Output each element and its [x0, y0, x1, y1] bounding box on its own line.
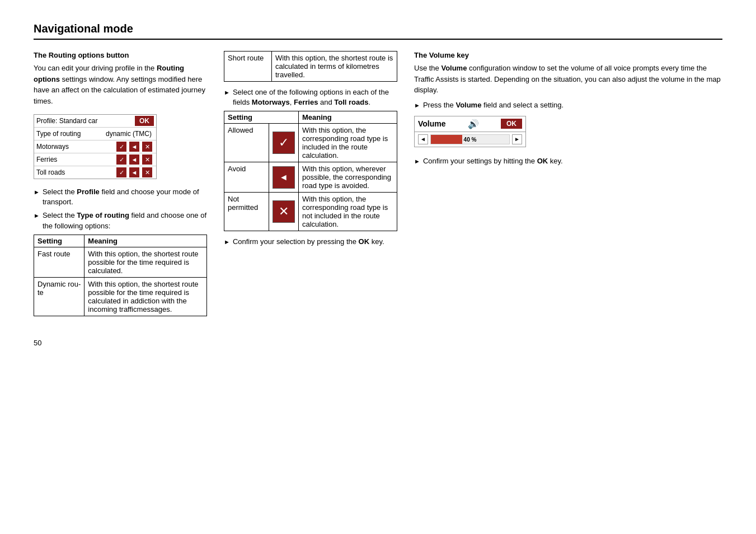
right-bullet-arrow-2: ► — [414, 157, 420, 166]
profile-row-1: Profile: Standard car OK — [34, 115, 156, 128]
bullet-arrow-1: ► — [34, 188, 40, 207]
middle-bullet-arrow-1: ► — [224, 88, 230, 107]
profile-row-2: Type of routing dynamic (TMC) — [34, 128, 156, 140]
left-intro-span1: You can edit your driving profile in the — [34, 64, 157, 72]
motorways-x-icon[interactable]: ✕ — [142, 142, 152, 152]
avoid-icon-td — [269, 162, 299, 193]
table-row-avoid: Avoid With this option, wherever possibl… — [224, 162, 397, 193]
volume-ok-button[interactable]: OK — [501, 119, 522, 129]
middle-bullet-arrow-2: ► — [224, 238, 230, 247]
ferries-arrow-icon[interactable]: ◄ — [129, 154, 139, 165]
not-permitted-cross-icon — [273, 200, 295, 223]
ferries-x-icon[interactable]: ✕ — [142, 154, 152, 165]
left-bullet-1-text: Select the Profile field and choose your… — [43, 187, 207, 207]
allowed-check-icon — [273, 132, 295, 154]
middle-column: Short route With this option, the shorte… — [224, 51, 397, 251]
table-row: Dynamic rou-te With this option, the sho… — [34, 277, 207, 316]
allowed-meaning-text: With this option, the corresponding road… — [299, 124, 397, 162]
middle-bullet-2: ► Confirm your selection by pressing the… — [224, 237, 397, 247]
volume-decrease-button[interactable]: ◄ — [418, 134, 428, 144]
volume-bar-fill — [431, 135, 462, 144]
avoid-meaning-text: With this option, wherever possible, the… — [299, 162, 397, 193]
avoid-arrow-icon — [273, 166, 295, 189]
profile-ferries-label: Ferries — [36, 154, 116, 165]
profile-box: Profile: Standard car OK Type of routing… — [34, 114, 157, 179]
profile-ferries-icons: ✓ ◄ ✕ — [116, 154, 154, 165]
page-title: Navigational mode — [34, 22, 722, 40]
meaning-col-meaning: Meaning — [299, 111, 397, 124]
dynamic-route-meaning: With this option, the shortest route pos… — [84, 277, 207, 316]
right-bullet-2-text: Confirm your settings by hitting the OK … — [423, 156, 563, 166]
allowed-setting-label: Allowed — [224, 124, 269, 162]
ferries-check-icon[interactable]: ✓ — [116, 154, 126, 165]
left-intro-span2: settings window. Any settings modified h… — [34, 75, 205, 105]
profile-row-ferries: Ferries ✓ ◄ ✕ — [34, 153, 156, 166]
middle-bullet-2-text: Confirm your selection by pressing the O… — [233, 237, 384, 247]
volume-title: Volume — [418, 119, 446, 128]
not-permitted-meaning-text: With this option, the corresponding road… — [299, 193, 397, 231]
right-section-title: The Volume key — [414, 51, 722, 59]
volume-header: Volume 🔊 OK — [415, 116, 525, 132]
profile-motorways-icons: ✓ ◄ ✕ — [116, 142, 154, 152]
table-row-not-permitted: Not permitted With this option, the corr… — [224, 193, 397, 231]
tollroads-arrow-icon[interactable]: ◄ — [129, 167, 139, 177]
profile-tollroads-label: Toll roads — [36, 167, 116, 177]
profile-row-motorways: Motorways ✓ ◄ ✕ — [34, 140, 156, 153]
left-bullet-1: ► Select the Profile field and choose yo… — [34, 187, 207, 207]
volume-bar-row: ◄ 40 % ► — [415, 132, 525, 147]
not-permitted-setting-label: Not permitted — [224, 193, 269, 231]
tollroads-check-icon[interactable]: ✓ — [116, 167, 126, 177]
content-wrapper: The Routing options button You can edit … — [34, 51, 722, 322]
left-section-title: The Routing options button — [34, 51, 207, 59]
motorways-check-icon[interactable]: ✓ — [116, 142, 126, 152]
bullet-arrow-2: ► — [34, 212, 40, 231]
volume-percent-label: 40 % — [464, 136, 477, 142]
fast-route-label: Fast route — [34, 247, 84, 277]
left-table-header-meaning: Meaning — [84, 235, 207, 247]
right-bullet-1: ► Press the Volume field and select a se… — [414, 100, 722, 110]
page-number: 50 — [34, 339, 722, 347]
left-bullet-2-text: Select the Type of routing field and cho… — [43, 210, 207, 231]
right-column: The Volume key Use the Volume configurat… — [414, 51, 722, 170]
left-settings-table: Setting Meaning Fast route With this opt… — [34, 235, 207, 316]
profile-tollroads-icons: ✓ ◄ ✕ — [116, 167, 154, 177]
right-bullet-1-text: Press the Volume field and select a sett… — [423, 100, 564, 110]
fast-route-meaning: With this option, the shortest route pos… — [84, 247, 207, 277]
profile-label-1: Profile: Standard car — [36, 116, 135, 126]
meaning-col-setting: Setting — [224, 111, 299, 124]
avoid-setting-label: Avoid — [224, 162, 269, 193]
short-route-meaning: With this option, the shortest route is … — [272, 51, 397, 82]
left-bullet-2: ► Select the Type of routing field and c… — [34, 210, 207, 231]
profile-ok-button[interactable]: OK — [135, 116, 154, 126]
volume-widget: Volume 🔊 OK ◄ 40 % ► — [414, 116, 526, 147]
profile-type-value: dynamic (TMC) — [104, 129, 154, 139]
table-row: Fast route With this option, the shortes… — [34, 247, 207, 277]
right-bullet-arrow-1: ► — [414, 101, 420, 110]
right-intro: Use the Volume configuration window to s… — [414, 63, 722, 96]
profile-type-label: Type of routing — [36, 129, 104, 139]
middle-bullet-1-text: Select one of the following options in e… — [233, 87, 397, 107]
tollroads-x-icon[interactable]: ✕ — [142, 167, 152, 177]
profile-motorways-label: Motorways — [36, 142, 116, 152]
left-column: The Routing options button You can edit … — [34, 51, 207, 322]
dynamic-route-label: Dynamic rou-te — [34, 277, 84, 316]
short-route-label: Short route — [224, 51, 272, 82]
profile-row-tollroads: Toll roads ✓ ◄ ✕ — [34, 166, 156, 179]
motorways-arrow-icon[interactable]: ◄ — [129, 142, 139, 152]
volume-speaker-icon: 🔊 — [468, 119, 479, 129]
not-permitted-icon-td — [269, 193, 299, 231]
allowed-icon-td — [269, 124, 299, 162]
table-row-allowed: Allowed With this option, the correspond… — [224, 124, 397, 162]
volume-bar-container: 40 % — [430, 134, 510, 144]
meaning-table-full: Setting Meaning Allowed With this option… — [224, 111, 397, 231]
left-intro-text: You can edit your driving profile in the… — [34, 63, 207, 106]
right-bullet-2: ► Confirm your settings by hitting the O… — [414, 156, 722, 166]
short-route-row: Short route With this option, the shorte… — [224, 51, 397, 82]
short-route-table: Short route With this option, the shorte… — [224, 51, 397, 82]
volume-increase-button[interactable]: ► — [512, 134, 522, 144]
left-table-header-setting: Setting — [34, 235, 84, 247]
middle-bullet-1: ► Select one of the following options in… — [224, 87, 397, 107]
